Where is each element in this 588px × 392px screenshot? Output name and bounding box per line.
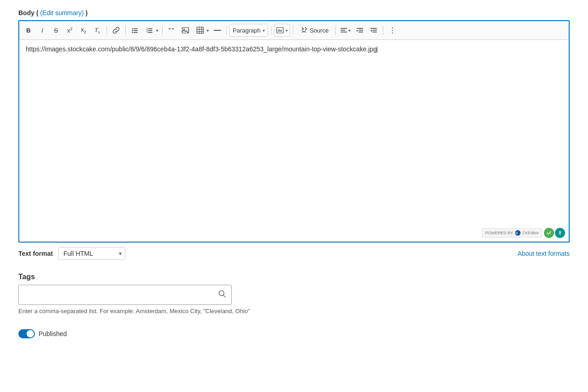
ckeditor-icons — [544, 228, 565, 238]
separator-2 — [125, 26, 126, 35]
separator-5 — [271, 26, 271, 35]
svg-text:C: C — [515, 231, 518, 235]
svg-rect-1 — [134, 28, 138, 29]
subscript-button[interactable]: x2 — [77, 24, 90, 37]
blockquote-icon: " " — [168, 27, 175, 34]
table-icon — [196, 27, 204, 34]
divider-label: — — [214, 26, 221, 34]
link-button[interactable] — [110, 24, 123, 37]
tags-hint: Enter a comma-separated list. For exampl… — [18, 308, 570, 315]
clear-format-button[interactable]: Tx — [91, 24, 104, 37]
superscript-button[interactable]: x2 — [63, 24, 76, 37]
editor-content-area[interactable]: https://images.stockcake.com/public/8/9/… — [19, 40, 569, 242]
publish-toggle[interactable] — [18, 329, 35, 338]
more-label: ⋮ — [389, 26, 396, 35]
format-style-dropdown[interactable]: Aa ▾ — [274, 24, 290, 37]
ckeditor-icon-green — [544, 228, 554, 238]
tags-input[interactable] — [18, 285, 232, 305]
indent-icon — [356, 27, 364, 34]
align-dropdown[interactable]: ▾ — [338, 25, 353, 35]
svg-rect-29 — [370, 28, 377, 29]
svg-point-0 — [132, 28, 133, 29]
svg-rect-25 — [341, 32, 347, 33]
separator-7 — [335, 26, 336, 35]
text-cursor — [377, 46, 377, 53]
paragraph-dropdown[interactable]: Paragraph ▾ — [230, 24, 268, 37]
svg-line-37 — [224, 295, 226, 298]
italic-label: I — [41, 27, 43, 34]
separator-6 — [293, 26, 293, 35]
svg-text:3.: 3. — [146, 31, 148, 33]
svg-rect-28 — [358, 32, 363, 33]
superscript-exp: 2 — [70, 27, 73, 31]
published-label: Published — [39, 330, 67, 337]
editor-wrapper: B I S x2 x2 Tx — [18, 20, 570, 243]
svg-rect-24 — [341, 30, 345, 31]
strike-label: S — [54, 27, 58, 34]
link-icon — [112, 27, 120, 34]
ckeditor-powered-label: POWERED BY C CKEditor — [482, 228, 542, 237]
edit-summary-link[interactable]: (Edit summary) — [40, 9, 84, 17]
ck-teal-icon — [557, 230, 563, 236]
image-icon — [182, 27, 189, 34]
divider-button[interactable]: — — [211, 24, 224, 37]
editor-text: https://images.stockcake.com/public/8/9/… — [26, 45, 377, 53]
svg-point-4 — [132, 32, 133, 33]
svg-point-35 — [557, 230, 563, 236]
subscript-label: x2 — [81, 26, 86, 34]
image-button[interactable] — [179, 24, 192, 37]
tags-input-wrapper — [18, 285, 232, 305]
published-row: Published — [18, 329, 570, 338]
separator-8 — [383, 26, 383, 35]
unordered-list-button[interactable] — [129, 24, 141, 37]
source-label: Source — [310, 27, 329, 34]
ordered-list-icon: 1. 2. 3. — [146, 27, 153, 34]
svg-text:Aa: Aa — [278, 29, 282, 32]
ordered-list-dropdown[interactable]: 1. 2. 3. ▾ — [142, 23, 159, 38]
svg-rect-3 — [134, 30, 138, 31]
table-dropdown[interactable]: ▾ — [193, 23, 210, 38]
separator-4 — [226, 26, 227, 35]
italic-button[interactable]: I — [36, 24, 49, 37]
source-button[interactable]: Source — [296, 24, 332, 37]
text-format-left: Text format Full HTML Basic HTML Restric… — [18, 247, 125, 260]
text-format-label: Text format — [18, 250, 53, 257]
clear-format-label: Tx — [95, 26, 100, 34]
paragraph-label: Paragraph — [233, 27, 261, 34]
format-style-icon: Aa — [276, 27, 284, 34]
align-chevron: ▾ — [348, 28, 351, 33]
text-format-select[interactable]: Full HTML Basic HTML Restricted HTML Pla… — [58, 247, 125, 260]
table-chevron: ▾ — [207, 28, 209, 33]
ckeditor-badge: POWERED BY C CKEditor — [482, 228, 565, 238]
subscript-exp: 2 — [84, 30, 86, 34]
svg-rect-23 — [341, 28, 347, 29]
editor-toolbar: B I S x2 x2 Tx — [19, 21, 569, 40]
svg-rect-9 — [148, 30, 152, 31]
more-options-button[interactable]: ⋮ — [386, 24, 399, 37]
body-label: Body ( (Edit summary) ) — [18, 9, 570, 17]
outdent-icon — [370, 27, 377, 34]
svg-rect-27 — [358, 30, 363, 31]
text-format-row: Text format Full HTML Basic HTML Restric… — [18, 247, 570, 260]
ckeditor-logo-icon: C — [515, 230, 521, 236]
svg-rect-7 — [148, 28, 152, 29]
format-style-chevron: ▾ — [286, 28, 288, 33]
powered-by-text: POWERED BY — [485, 231, 513, 235]
table-button[interactable] — [194, 24, 207, 37]
bold-button[interactable]: B — [22, 24, 35, 37]
ordered-list-chevron: ▾ — [156, 28, 158, 33]
svg-rect-30 — [372, 30, 377, 31]
ckeditor-icon-teal — [555, 228, 565, 238]
indent-button[interactable] — [353, 24, 366, 37]
svg-point-15 — [184, 29, 185, 30]
outdent-button[interactable] — [367, 24, 380, 37]
svg-text:": " — [172, 27, 174, 34]
separator-3 — [162, 26, 162, 35]
blockquote-button[interactable]: " " — [165, 24, 178, 37]
svg-point-2 — [132, 30, 133, 31]
superscript-label: x2 — [67, 27, 73, 34]
about-text-formats-link[interactable]: About text formats — [517, 250, 570, 257]
strikethrough-button[interactable]: S — [50, 24, 62, 37]
align-icon — [340, 27, 347, 34]
ordered-list-button[interactable]: 1. 2. 3. — [143, 24, 156, 37]
